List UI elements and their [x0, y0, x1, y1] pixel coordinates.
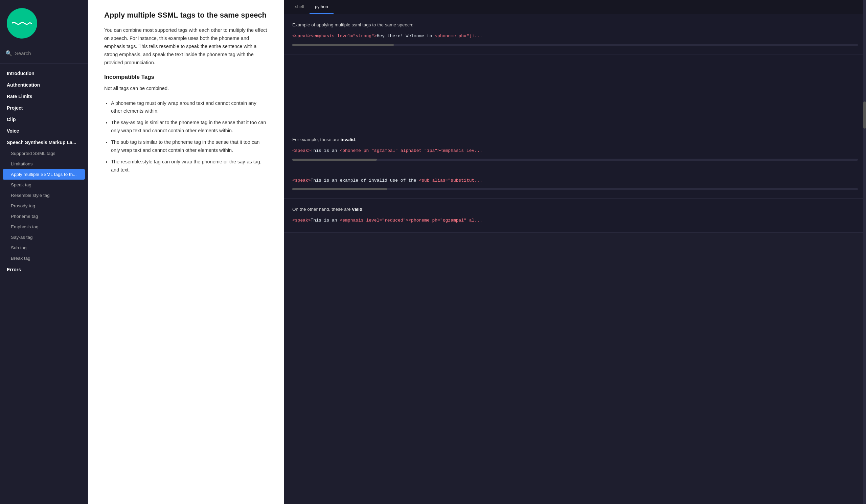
nav-list: Introduction Authentication Rate Limits …: [0, 64, 88, 278]
scrollbar-thumb-2: [292, 159, 377, 161]
sidebar-item-voice[interactable]: Voice: [0, 125, 88, 137]
search-box[interactable]: 🔍 Search: [5, 49, 82, 58]
sidebar-item-apply-multiple[interactable]: Apply multiple SSML tags to th...: [3, 169, 85, 180]
sidebar-section-errors[interactable]: Errors: [0, 264, 88, 274]
list-item: The sub tag is similar to the phoneme ta…: [111, 138, 268, 155]
sidebar-item-authentication[interactable]: Authentication: [0, 79, 88, 91]
incompatible-tags-heading: Incompatible Tags: [104, 74, 268, 80]
sidebar-item-introduction[interactable]: Introduction: [0, 68, 88, 79]
sidebar-item-rate-limits[interactable]: Rate Limits: [0, 91, 88, 102]
sidebar-item-speak-tag[interactable]: Speak tag: [0, 180, 88, 190]
code-content-area[interactable]: Example of applying multiple ssml tags t…: [284, 14, 866, 504]
code-scrollbar-1[interactable]: [292, 44, 858, 46]
code-block-1-label: Example of applying multiple ssml tags t…: [292, 22, 858, 27]
code-panel: shell python Example of applying multipl…: [284, 0, 866, 504]
sidebar-item-emphasis-tag[interactable]: Emphasis tag: [0, 222, 88, 232]
sidebar-item-supported-ssml[interactable]: Supported SSML tags: [0, 148, 88, 159]
code-block-3-text: <speak>This is an example of invalid use…: [292, 177, 858, 184]
code-scrollbar-3[interactable]: [292, 188, 858, 190]
code-block-2-label: For example, these are invalid:: [292, 137, 858, 142]
code-block-4-label: On the other hand, these are valid:: [292, 207, 858, 212]
code-tabs: shell python: [284, 0, 866, 14]
list-item: The say-as tag is similar to the phoneme…: [111, 119, 268, 135]
tab-shell[interactable]: shell: [290, 0, 310, 14]
code-block-1: Example of applying multiple ssml tags t…: [284, 14, 866, 55]
logo: [7, 8, 37, 38]
vertical-scrollbar-thumb: [863, 101, 866, 128]
sidebar-item-phoneme-tag[interactable]: Phoneme tag: [0, 211, 88, 222]
intro-paragraph: You can combine most supported tags with…: [104, 26, 268, 67]
search-label: Search: [15, 51, 31, 56]
code-block-2: For example, these are invalid: <speak>T…: [284, 129, 866, 169]
page-title: Apply multiple SSML tags to the same spe…: [104, 11, 268, 20]
sidebar-item-say-as-tag[interactable]: Say-as tag: [0, 232, 88, 243]
search-container[interactable]: 🔍 Search: [0, 45, 88, 64]
sidebar-item-break-tag[interactable]: Break tag: [0, 253, 88, 264]
vertical-scrollbar[interactable]: [863, 0, 866, 504]
code-block-1-text: <speak><emphasis level="strong">Hey ther…: [292, 33, 858, 40]
main-content: Apply multiple SSML tags to the same spe…: [88, 0, 284, 504]
code-spacer-1: [284, 55, 866, 129]
sidebar-item-clip[interactable]: Clip: [0, 114, 88, 125]
sidebar-item-limitations[interactable]: Limitations: [0, 159, 88, 169]
logo-wave-icon: [12, 18, 32, 29]
list-item: The resemble:style tag can only wrap the…: [111, 158, 268, 174]
incompatible-list: A phoneme tag must only wrap around text…: [104, 99, 268, 174]
sidebar-item-prosody-tag[interactable]: Prosody tag: [0, 201, 88, 211]
scrollbar-thumb-1: [292, 44, 394, 46]
sidebar-item-sub-tag[interactable]: Sub tag: [0, 243, 88, 253]
code-block-3: <speak>This is an example of invalid use…: [284, 169, 866, 199]
logo-container: [0, 0, 88, 45]
search-icon: 🔍: [5, 50, 12, 56]
sidebar-item-resemble-style-tag[interactable]: Resemble:style tag: [0, 190, 88, 201]
code-block-4: On the other hand, these are valid: <spe…: [284, 199, 866, 233]
code-block-4-text: <speak>This is an <emphasis level="reduc…: [292, 217, 858, 224]
code-block-2-text: <speak>This is an <phoneme ph="ɛgzampal"…: [292, 147, 858, 155]
tab-python[interactable]: python: [310, 0, 334, 14]
sidebar-item-ssml[interactable]: Speech Synthesis Markup La...: [0, 137, 88, 148]
scrollbar-thumb-3: [292, 188, 387, 190]
list-item: A phoneme tag must only wrap around text…: [111, 99, 268, 116]
sidebar: 🔍 Search Introduction Authentication Rat…: [0, 0, 88, 504]
incompatible-intro: Not all tags can be combined.: [104, 85, 268, 93]
sidebar-item-project[interactable]: Project: [0, 102, 88, 114]
code-scrollbar-2[interactable]: [292, 159, 858, 161]
